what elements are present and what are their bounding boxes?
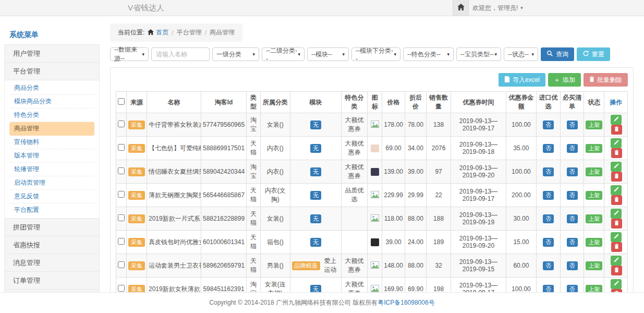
reset-button[interactable]: 重置 [577,47,610,61]
source-badge: 采集 [128,144,145,153]
cell-operations [604,207,628,231]
filter-select-5[interactable]: --特色分类--▾ [403,47,454,61]
batch-delete-button[interactable]: 批量删除 [584,73,628,87]
sidebar-item-平台配置[interactable]: 平台配置 [9,203,94,217]
edit-button[interactable] [611,209,622,219]
table-row: 采集【七色纺】可爱纯棉家...588869917501天猫内衣()无大额优惠券6… [116,137,628,160]
cell-icon [368,207,382,231]
row-checkbox[interactable] [118,238,125,245]
cell-coupon-time: 2019-09-13—2019-09-18 [451,137,506,160]
import-excel-button[interactable]: 导入excel [499,73,545,87]
breadcrumb-label: 当前位置: [118,28,144,37]
cell-coupon-time: 2019-09-13—2019-09-19 [451,207,506,231]
edit-button[interactable] [611,279,622,289]
source-badge: 采集 [128,191,145,200]
sidebar-item-省惠快报[interactable]: 省惠快报 [4,236,100,254]
sidebar-item-商品管理[interactable]: 商品管理 [9,122,94,136]
row-checkbox[interactable] [118,167,125,174]
sidebar-item-订单管理[interactable]: 订单管理 [4,271,100,290]
filter-select-4[interactable]: --模块下分类--▾ [351,47,400,61]
cell-taoke-id: 601000601341 [201,231,247,254]
filter-select-6[interactable]: --宝贝类型--▾ [456,47,501,61]
cell-checkbox [116,254,127,278]
filter-select-2[interactable]: --二级分类--▾ [262,47,305,61]
name-search-input[interactable] [151,47,210,61]
delete-button[interactable] [611,219,622,228]
module-badge: 无 [310,144,321,153]
sidebar-item-用户管理[interactable]: 用户管理 [4,44,100,63]
search-button[interactable]: 查询 [541,47,574,61]
sidebar-item-消息管理[interactable]: 消息管理 [4,254,100,272]
delete-button[interactable] [611,125,622,135]
user-menu[interactable]: 欢迎您，管理员! ▾ [472,0,523,16]
column-header-操作: 操作 [604,92,628,113]
cell-must-buy: 否 [560,254,584,278]
edit-button[interactable] [611,115,622,125]
breadcrumb-home-link[interactable]: 首页 [148,28,168,37]
edit-button[interactable] [611,185,622,195]
edit-icon [613,233,619,241]
add-button[interactable]: ＋ 添加 [548,73,581,87]
cell-module: 无 [290,184,341,207]
breadcrumb-item-platform: 平台管理 [177,28,202,37]
module-content: 无 [310,144,321,153]
cell-sales: 2076 [426,137,451,160]
delete-button[interactable] [611,242,622,252]
sidebar-item-版本管理[interactable]: 版本管理 [9,149,94,163]
cell-price: 139.00 [382,160,405,184]
sidebar-item-宣传物料[interactable]: 宣传物料 [9,136,94,149]
sidebar-item-模块商品分类[interactable]: 模块商品分类 [9,95,94,109]
module-badge: 无 [310,167,321,176]
edit-button[interactable] [611,256,622,266]
imported-badge: 否 [543,191,554,200]
select-all-checkbox[interactable] [118,98,125,105]
filter-select-3[interactable]: --模块--▾ [307,47,349,61]
delete-button[interactable] [611,195,622,205]
must-buy-badge: 否 [567,261,578,270]
edit-button[interactable] [611,138,622,148]
row-checkbox[interactable] [118,285,125,292]
sidebar-item-意见反馈[interactable]: 意见反馈 [9,190,94,203]
filter-select-1[interactable]: 一级分类▾ [212,47,259,61]
module-content: 无 [310,121,321,129]
cell-must-buy: 否 [560,137,584,160]
cell-checkbox [116,113,127,137]
cell-coupon-amount: 200.00 [506,184,537,207]
must-buy-badge: 否 [567,167,578,176]
icp-link[interactable]: 粤ICP备16098006号 [378,299,434,306]
sidebar-item-特色分类[interactable]: 特色分类 [9,109,94,122]
filter-select-0[interactable]: --数据来源--▾ [110,47,149,61]
trash-icon [589,76,594,84]
column-header-必买清单: 必买清单 [560,92,584,113]
sidebar-item-拼团管理[interactable]: 拼团管理 [4,218,100,236]
delete-button[interactable] [611,172,622,182]
source-badge: 采集 [128,214,145,223]
delete-button[interactable] [611,266,622,275]
row-checkbox[interactable] [118,214,125,221]
cell-name: 情侣睡衣女夏丝绸男士... [147,160,201,184]
sidebar-item-轮播管理[interactable]: 轮播管理 [9,163,94,176]
topbar-home-button[interactable] [453,0,469,16]
module-badge: 品牌精选 [292,261,320,270]
trash-icon [614,149,619,157]
sidebar-item-商品分类[interactable]: 商品分类 [9,81,94,95]
row-checkbox[interactable] [118,144,125,151]
welcome-text: 欢迎您，管理员! [472,4,518,13]
delete-button[interactable] [611,148,622,158]
sidebar-item-平台管理[interactable]: 平台管理 [4,62,100,80]
cell-coupon-time: 2019-09-13—2019-09-15 [451,254,506,278]
cell-source: 采集 [127,160,147,184]
cell-coupon-time: 2019-09-13—2019-09-17 [451,113,506,137]
imported-badge: 否 [543,144,554,153]
row-checkbox[interactable] [118,261,125,268]
edit-button[interactable] [611,162,622,172]
status-badge: 上架 [586,214,602,223]
plus-icon: ＋ [554,76,560,85]
filter-select-label: --特色分类-- [407,50,441,59]
filter-select-7[interactable]: --状态--▾ [504,47,538,61]
row-checkbox[interactable] [118,191,125,198]
row-checkbox[interactable] [118,121,125,127]
sidebar-item-启动页管理[interactable]: 启动页管理 [9,176,94,190]
edit-button[interactable] [611,232,622,242]
cell-taoke-id: 565446685867 [201,184,247,207]
